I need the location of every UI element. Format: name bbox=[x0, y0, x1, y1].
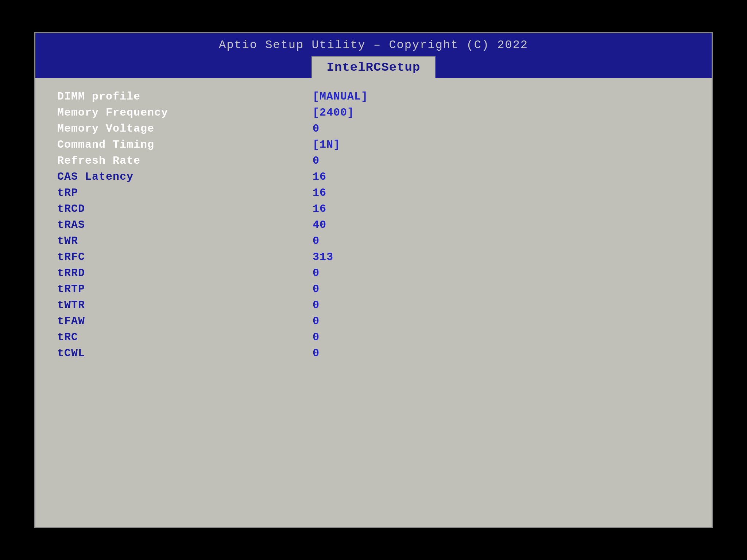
table-row: tRRD0 bbox=[57, 265, 690, 281]
header-tab: IntelRCSetup bbox=[311, 56, 436, 78]
setting-value: 0 bbox=[313, 299, 320, 311]
setting-label: Memory Frequency bbox=[57, 106, 313, 119]
header-bar: Aptio Setup Utility – Copyright (C) 2022… bbox=[35, 33, 712, 78]
setting-value: 0 bbox=[313, 235, 320, 247]
table-row: Command Timing[1N] bbox=[57, 137, 690, 152]
table-row: tRAS40 bbox=[57, 217, 690, 233]
setting-label: DIMM profile bbox=[57, 90, 313, 103]
table-row: tRTP0 bbox=[57, 281, 690, 297]
setting-value: 0 bbox=[313, 122, 320, 135]
setting-label: tRP bbox=[57, 187, 313, 199]
table-row: DIMM profile[MANUAL] bbox=[57, 89, 690, 104]
table-row: tRCD16 bbox=[57, 201, 690, 217]
setting-label: tWTR bbox=[57, 299, 313, 311]
setting-label: CAS Latency bbox=[57, 171, 313, 183]
table-row: Memory Frequency[2400] bbox=[57, 105, 690, 120]
setting-value: 0 bbox=[313, 315, 320, 327]
table-row: tWTR0 bbox=[57, 298, 690, 313]
setting-value: 0 bbox=[313, 267, 320, 279]
setting-value: 16 bbox=[313, 171, 326, 183]
setting-value: 0 bbox=[313, 155, 320, 167]
setting-label: tRFC bbox=[57, 251, 313, 263]
setting-value: 313 bbox=[313, 251, 333, 263]
setting-label: tRCD bbox=[57, 203, 313, 215]
setting-value: 40 bbox=[313, 219, 326, 231]
table-row: tRP16 bbox=[57, 185, 690, 201]
table-row: Refresh Rate0 bbox=[57, 153, 690, 168]
setting-value: [MANUAL] bbox=[313, 90, 368, 103]
setting-value: [1N] bbox=[313, 139, 340, 151]
bios-outer: Aptio Setup Utility – Copyright (C) 2022… bbox=[27, 25, 720, 535]
table-row: tCWL0 bbox=[57, 346, 690, 361]
setting-value: 0 bbox=[313, 347, 320, 359]
setting-label: tRTP bbox=[57, 283, 313, 295]
content-area: DIMM profile[MANUAL]Memory Frequency[240… bbox=[35, 78, 712, 527]
bios-container: Aptio Setup Utility – Copyright (C) 2022… bbox=[34, 32, 713, 528]
setting-label: tFAW bbox=[57, 315, 313, 327]
setting-value: 16 bbox=[313, 203, 326, 215]
table-row: tFAW0 bbox=[57, 314, 690, 329]
setting-label: Memory Voltage bbox=[57, 122, 313, 135]
header-title: Aptio Setup Utility – Copyright (C) 2022 bbox=[35, 38, 712, 55]
setting-label: tCWL bbox=[57, 347, 313, 359]
table-row: tWR0 bbox=[57, 233, 690, 249]
setting-value: [2400] bbox=[313, 106, 354, 119]
setting-label: Command Timing bbox=[57, 139, 313, 151]
setting-label: Refresh Rate bbox=[57, 155, 313, 167]
setting-value: 0 bbox=[313, 283, 320, 295]
table-row: CAS Latency16 bbox=[57, 169, 690, 184]
setting-value: 16 bbox=[313, 187, 326, 199]
setting-label: tRRD bbox=[57, 267, 313, 279]
setting-label: tRC bbox=[57, 331, 313, 343]
table-row: tRC0 bbox=[57, 330, 690, 345]
setting-label: tRAS bbox=[57, 219, 313, 231]
table-row: Memory Voltage0 bbox=[57, 121, 690, 136]
setting-label: tWR bbox=[57, 235, 313, 247]
setting-value: 0 bbox=[313, 331, 320, 343]
table-row: tRFC313 bbox=[57, 249, 690, 265]
settings-table: DIMM profile[MANUAL]Memory Frequency[240… bbox=[57, 89, 690, 516]
